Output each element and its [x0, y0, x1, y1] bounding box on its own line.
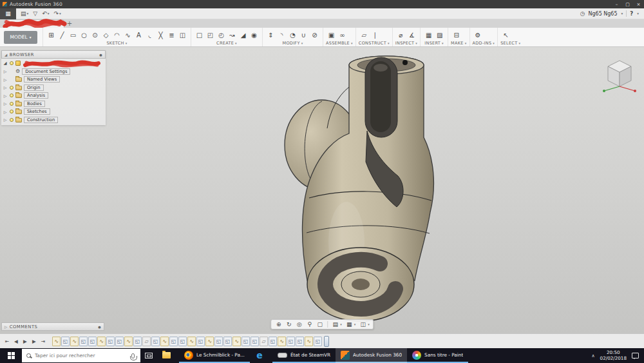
modify-group-dropdown[interactable]: MODIFY▾ [265, 41, 320, 46]
taskbar-app-button[interactable]: État de SteamVR [272, 348, 336, 363]
new-component-icon[interactable]: ▣ [326, 30, 337, 41]
tl-start-icon[interactable]: ⇤ [3, 337, 11, 346]
feature-icon[interactable]: ◱ [196, 337, 205, 346]
comments-header[interactable]: ▷ COMMENTS ● [1, 322, 104, 331]
print-3d-icon[interactable]: ⊟ [451, 30, 462, 41]
expander-icon[interactable]: ▷ [3, 93, 8, 98]
construct-icon[interactable]: ▱ [142, 337, 151, 346]
offset-icon[interactable]: ≣ [166, 30, 177, 41]
file-menu-caret-icon[interactable]: ▾ [27, 12, 29, 15]
sketch-icon[interactable]: ∿ [97, 337, 106, 346]
document-tab[interactable] [4, 19, 64, 28]
help-button[interactable]: ? [630, 10, 633, 17]
3d-model[interactable] [270, 48, 451, 332]
construct-group-dropdown[interactable]: CONSTRUCT▾ [359, 41, 390, 46]
feature-icon[interactable]: ◱ [115, 337, 124, 346]
feature-icon[interactable]: ◱ [178, 337, 187, 346]
feature-icon[interactable]: ◱ [251, 337, 259, 346]
user-account-button[interactable]: Ng65 Ng65 [589, 11, 618, 17]
visibility-bulb-icon[interactable] [10, 93, 14, 97]
tree-item-label[interactable]: Named Views [24, 76, 60, 83]
assemble-group-dropdown[interactable]: ASSEMBLE▾ [326, 41, 353, 46]
feature-icon[interactable]: ◱ [269, 337, 277, 346]
circle-icon[interactable]: ○ [79, 30, 90, 41]
sketch-icon[interactable]: ∿ [278, 337, 286, 346]
visibility-bulb-icon[interactable] [10, 110, 14, 113]
expander-icon[interactable]: ◢ [3, 61, 8, 66]
ellipse-icon[interactable]: ⊙ [90, 30, 100, 41]
visibility-bulb-icon[interactable] [10, 118, 14, 122]
feature-icon[interactable]: ◱ [79, 337, 88, 346]
visibility-bulb-icon[interactable] [10, 102, 14, 106]
expander-icon[interactable]: ▷ [3, 77, 8, 82]
action-center-icon[interactable] [632, 353, 639, 358]
shell-icon[interactable]: ◔ [287, 30, 298, 41]
section-icon[interactable]: ∡ [406, 30, 417, 41]
trim-icon[interactable]: ╳ [155, 30, 166, 41]
tree-item-label[interactable]: Document Settings [22, 68, 70, 75]
fillet-icon[interactable]: ◟ [144, 30, 155, 41]
sketch-icon[interactable]: ∿ [70, 337, 79, 346]
sketch-icon[interactable]: ∿ [205, 337, 214, 346]
addins-group-dropdown[interactable]: ADD-INS▾ [473, 41, 495, 46]
hole-icon[interactable]: ◉ [249, 30, 260, 41]
panel-options-icon[interactable]: ● [99, 53, 102, 57]
tree-item[interactable]: ▷ Construction [3, 116, 106, 124]
tree-item-label[interactable]: Bodies [24, 101, 45, 107]
taskbar-search[interactable] [22, 349, 140, 362]
browser-root-item[interactable]: ◢ [3, 59, 106, 68]
mirror-icon[interactable]: ◫ [177, 30, 188, 41]
visibility-bulb-icon[interactable] [10, 61, 14, 65]
inspect-group-dropdown[interactable]: INSPECT▾ [395, 41, 417, 46]
data-panel-toggle-button[interactable]: ▦ [0, 8, 16, 19]
tl-play-icon[interactable]: ▶ [21, 337, 29, 346]
undo-caret-icon[interactable]: ▾ [48, 12, 50, 15]
feature-icon[interactable]: ◱ [88, 337, 97, 346]
tree-item[interactable]: ▷ Document Settings [3, 68, 106, 76]
show-hidden-icons-button[interactable]: ∧ [591, 353, 594, 358]
insert-group-dropdown[interactable]: INSERT▾ [423, 41, 445, 46]
insert-mesh-icon[interactable]: ▦ [423, 30, 434, 41]
feature-icon[interactable]: ◱ [287, 337, 295, 346]
zoom-icon[interactable]: ⚲ [305, 321, 314, 328]
collapse-arrow-icon[interactable]: ◢ [5, 53, 8, 57]
feature-icon[interactable]: ◱ [242, 337, 250, 346]
maximize-button[interactable]: ▢ [622, 0, 633, 8]
measure-icon[interactable]: ⌀ [395, 30, 406, 41]
help-caret-icon[interactable]: ▾ [637, 12, 639, 15]
tree-item[interactable]: ▷ Sketches [3, 108, 106, 116]
create-group-dropdown[interactable]: CREATE▾ [194, 41, 260, 46]
tree-item[interactable]: ▷ Origin [3, 84, 106, 92]
joint-icon[interactable]: ∞ [337, 30, 348, 41]
tree-item-label[interactable]: Sketches [24, 108, 50, 115]
expander-icon[interactable]: ▷ [3, 110, 8, 114]
tree-item-label[interactable]: Origin [24, 84, 44, 91]
loft-icon[interactable]: ◢ [238, 30, 249, 41]
minimize-button[interactable]: – [611, 0, 622, 8]
feature-icon[interactable]: ◱ [151, 337, 160, 346]
feature-icon[interactable]: ◱ [133, 337, 142, 346]
taskbar-app-button[interactable] [250, 348, 272, 363]
extrude-icon[interactable]: ◰ [205, 30, 216, 41]
visibility-bulb-icon[interactable] [10, 86, 14, 90]
undo-button[interactable]: ↶ [42, 10, 47, 17]
feature-icon[interactable]: ◱ [169, 337, 178, 346]
combine-icon[interactable]: ∪ [298, 30, 309, 41]
feature-icon[interactable]: ◱ [214, 337, 223, 346]
decal-icon[interactable]: ▨ [434, 30, 445, 41]
line-icon[interactable]: ╱ [57, 30, 68, 41]
sketch-icon[interactable]: ∿ [305, 337, 313, 346]
arc-icon[interactable]: ◠ [111, 30, 122, 41]
taskbar-clock[interactable]: 20:50 02/02/2018 [600, 350, 627, 361]
addins-icon[interactable]: ⚙ [473, 30, 484, 41]
fit-view-icon[interactable]: ▢ [316, 321, 324, 328]
construct-icon[interactable]: ▱ [260, 337, 268, 346]
create-sketch-icon[interactable]: ⊞ [46, 30, 57, 41]
tree-item-label[interactable]: Construction [24, 117, 58, 123]
job-status-icon[interactable]: ◷ [580, 10, 585, 17]
sketch-group-dropdown[interactable]: SKETCH▾ [46, 41, 188, 46]
sketch-icon[interactable]: ∿ [160, 337, 169, 346]
feature-icon[interactable]: ◱ [106, 337, 115, 346]
select-group-dropdown[interactable]: SELECT▾ [500, 41, 520, 46]
taskbar-app-button[interactable]: Autodesk Fusion 360 [336, 348, 407, 363]
